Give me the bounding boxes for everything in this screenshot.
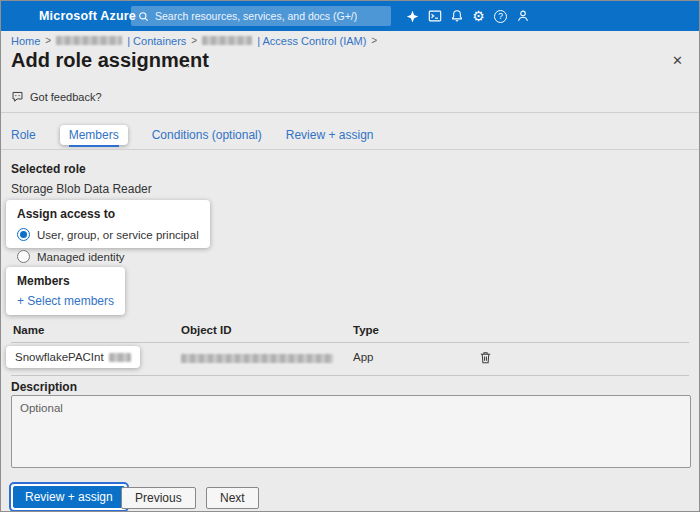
breadcrumb-home[interactable]: Home — [11, 35, 40, 47]
breadcrumb-separator: > — [45, 35, 51, 46]
feedback-link[interactable]: Got feedback? — [11, 90, 102, 103]
radio-unselected-icon — [17, 250, 30, 263]
tab-conditions[interactable]: Conditions (optional) — [152, 122, 262, 148]
radio-managed-identity[interactable]: Managed identity — [17, 250, 125, 263]
breadcrumb: Home > | Containers > | Access Control (… — [11, 33, 377, 48]
redacted-name-suffix — [109, 353, 131, 362]
selected-role-label: Selected role — [11, 162, 86, 176]
members-label: Members — [17, 274, 114, 288]
breadcrumb-containers[interactable]: | Containers — [127, 35, 186, 47]
redacted-object-id — [181, 354, 333, 363]
member-name-highlight: SnowflakePACInt — [6, 346, 140, 368]
radio-label: Managed identity — [37, 251, 125, 263]
delete-member-icon[interactable] — [478, 350, 493, 369]
redacted-resource-name — [56, 36, 122, 45]
table-header: Name Object ID Type — [11, 321, 689, 343]
member-type: App — [353, 351, 373, 363]
divider — [1, 112, 699, 113]
select-members-link[interactable]: + Select members — [17, 294, 114, 308]
tab-members[interactable]: Members — [69, 122, 119, 147]
close-icon[interactable]: ✕ — [672, 53, 683, 68]
tab-review-assign[interactable]: Review + assign — [286, 122, 374, 148]
description-label: Description — [11, 380, 77, 394]
members-highlight: Members + Select members — [6, 267, 125, 315]
tab-bar: Role Members Conditions (optional) Revie… — [11, 122, 397, 148]
review-assign-annotation: Review + assign — [9, 482, 129, 512]
breadcrumb-separator: > — [371, 35, 377, 46]
azure-portal-window: Microsoft Azure Search resources, servic… — [0, 0, 700, 512]
radio-user-group-service-principal[interactable]: User, group, or service principal — [17, 228, 199, 241]
members-tab-highlight: Members — [60, 125, 128, 145]
help-icon[interactable]: ? — [493, 8, 508, 24]
description-input[interactable] — [11, 395, 691, 468]
more-menu-icon[interactable]: ··· — [181, 58, 197, 73]
feedback-icon — [11, 90, 24, 103]
previous-button[interactable]: Previous — [121, 487, 196, 509]
search-icon — [138, 11, 149, 22]
divider — [1, 149, 699, 150]
column-header-type: Type — [353, 324, 379, 336]
redacted-container-name — [202, 36, 252, 45]
feedback-person-icon[interactable] — [515, 8, 530, 24]
feedback-label: Got feedback? — [30, 91, 102, 103]
copilot-icon[interactable] — [405, 8, 420, 24]
page-title: Add role assignment — [11, 49, 209, 72]
member-name: SnowflakePACInt — [15, 351, 104, 363]
search-placeholder: Search resources, services, and docs (G+… — [155, 10, 357, 22]
radio-label: User, group, or service principal — [37, 229, 199, 241]
tab-role[interactable]: Role — [11, 122, 36, 148]
breadcrumb-separator: > — [191, 35, 197, 46]
assign-access-highlight: Assign access to User, group, or service… — [6, 200, 210, 248]
breadcrumb-iam[interactable]: | Access Control (IAM) — [257, 35, 366, 47]
review-assign-button[interactable]: Review + assign — [13, 486, 125, 508]
column-header-object-id: Object ID — [181, 324, 231, 336]
topbar: Microsoft Azure Search resources, servic… — [1, 1, 699, 31]
radio-selected-icon — [17, 228, 30, 241]
next-button[interactable]: Next — [206, 487, 259, 509]
column-header-name: Name — [13, 324, 44, 336]
azure-brand[interactable]: Microsoft Azure — [39, 1, 136, 31]
cloud-shell-icon[interactable] — [427, 8, 442, 24]
selected-role-value: Storage Blob Data Reader — [11, 182, 152, 196]
notifications-icon[interactable] — [449, 8, 464, 24]
global-search-input[interactable]: Search resources, services, and docs (G+… — [131, 6, 391, 26]
topbar-icon-group: ⚙ ? — [405, 1, 530, 31]
table-row: SnowflakePACInt App — [11, 342, 689, 376]
assign-access-label: Assign access to — [17, 207, 199, 221]
settings-icon[interactable]: ⚙ — [471, 8, 486, 24]
